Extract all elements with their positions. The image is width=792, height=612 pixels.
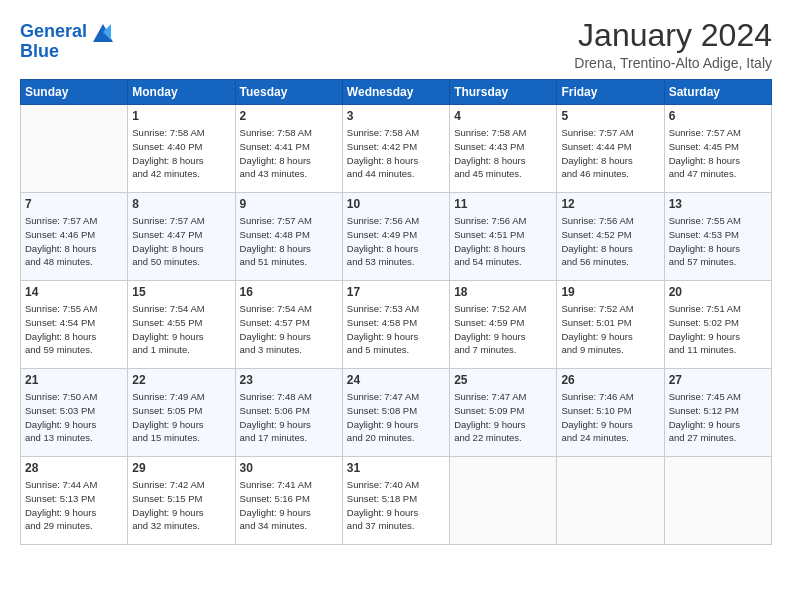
- table-row: 7Sunrise: 7:57 AMSunset: 4:46 PMDaylight…: [21, 193, 128, 281]
- day-number: 6: [669, 109, 767, 123]
- calendar-row: 14Sunrise: 7:55 AMSunset: 4:54 PMDayligh…: [21, 281, 772, 369]
- day-info: Sunrise: 7:55 AMSunset: 4:54 PMDaylight:…: [25, 302, 123, 357]
- day-number: 18: [454, 285, 552, 299]
- table-row: 24Sunrise: 7:47 AMSunset: 5:08 PMDayligh…: [342, 369, 449, 457]
- day-info: Sunrise: 7:57 AMSunset: 4:48 PMDaylight:…: [240, 214, 338, 269]
- day-number: 1: [132, 109, 230, 123]
- day-number: 14: [25, 285, 123, 299]
- table-row: 3Sunrise: 7:58 AMSunset: 4:42 PMDaylight…: [342, 105, 449, 193]
- table-row: 15Sunrise: 7:54 AMSunset: 4:55 PMDayligh…: [128, 281, 235, 369]
- table-row: 4Sunrise: 7:58 AMSunset: 4:43 PMDaylight…: [450, 105, 557, 193]
- table-row: 23Sunrise: 7:48 AMSunset: 5:06 PMDayligh…: [235, 369, 342, 457]
- day-info: Sunrise: 7:49 AMSunset: 5:05 PMDaylight:…: [132, 390, 230, 445]
- month-title: January 2024: [574, 18, 772, 53]
- col-thursday: Thursday: [450, 80, 557, 105]
- day-number: 15: [132, 285, 230, 299]
- day-number: 24: [347, 373, 445, 387]
- day-info: Sunrise: 7:52 AMSunset: 5:01 PMDaylight:…: [561, 302, 659, 357]
- table-row: 26Sunrise: 7:46 AMSunset: 5:10 PMDayligh…: [557, 369, 664, 457]
- col-monday: Monday: [128, 80, 235, 105]
- table-row: 19Sunrise: 7:52 AMSunset: 5:01 PMDayligh…: [557, 281, 664, 369]
- logo: General Blue: [20, 18, 117, 62]
- day-number: 21: [25, 373, 123, 387]
- day-number: 22: [132, 373, 230, 387]
- table-row: 20Sunrise: 7:51 AMSunset: 5:02 PMDayligh…: [664, 281, 771, 369]
- table-row: 21Sunrise: 7:50 AMSunset: 5:03 PMDayligh…: [21, 369, 128, 457]
- day-number: 27: [669, 373, 767, 387]
- table-row: 28Sunrise: 7:44 AMSunset: 5:13 PMDayligh…: [21, 457, 128, 545]
- day-number: 23: [240, 373, 338, 387]
- calendar-row: 1Sunrise: 7:58 AMSunset: 4:40 PMDaylight…: [21, 105, 772, 193]
- day-number: 11: [454, 197, 552, 211]
- day-info: Sunrise: 7:42 AMSunset: 5:15 PMDaylight:…: [132, 478, 230, 533]
- table-row: 16Sunrise: 7:54 AMSunset: 4:57 PMDayligh…: [235, 281, 342, 369]
- table-row: 30Sunrise: 7:41 AMSunset: 5:16 PMDayligh…: [235, 457, 342, 545]
- day-info: Sunrise: 7:52 AMSunset: 4:59 PMDaylight:…: [454, 302, 552, 357]
- calendar: Sunday Monday Tuesday Wednesday Thursday…: [20, 79, 772, 545]
- table-row: 17Sunrise: 7:53 AMSunset: 4:58 PMDayligh…: [342, 281, 449, 369]
- day-number: 28: [25, 461, 123, 475]
- day-number: 10: [347, 197, 445, 211]
- logo-text: General: [20, 22, 87, 42]
- table-row: 27Sunrise: 7:45 AMSunset: 5:12 PMDayligh…: [664, 369, 771, 457]
- day-number: 29: [132, 461, 230, 475]
- day-info: Sunrise: 7:58 AMSunset: 4:40 PMDaylight:…: [132, 126, 230, 181]
- col-saturday: Saturday: [664, 80, 771, 105]
- header: General Blue January 2024 Drena, Trentin…: [20, 18, 772, 71]
- calendar-header-row: Sunday Monday Tuesday Wednesday Thursday…: [21, 80, 772, 105]
- day-info: Sunrise: 7:54 AMSunset: 4:55 PMDaylight:…: [132, 302, 230, 357]
- table-row: [557, 457, 664, 545]
- table-row: 1Sunrise: 7:58 AMSunset: 4:40 PMDaylight…: [128, 105, 235, 193]
- page: General Blue January 2024 Drena, Trentin…: [0, 0, 792, 612]
- col-wednesday: Wednesday: [342, 80, 449, 105]
- table-row: 10Sunrise: 7:56 AMSunset: 4:49 PMDayligh…: [342, 193, 449, 281]
- day-number: 17: [347, 285, 445, 299]
- table-row: 31Sunrise: 7:40 AMSunset: 5:18 PMDayligh…: [342, 457, 449, 545]
- day-info: Sunrise: 7:45 AMSunset: 5:12 PMDaylight:…: [669, 390, 767, 445]
- table-row: 8Sunrise: 7:57 AMSunset: 4:47 PMDaylight…: [128, 193, 235, 281]
- table-row: 22Sunrise: 7:49 AMSunset: 5:05 PMDayligh…: [128, 369, 235, 457]
- table-row: [664, 457, 771, 545]
- day-number: 7: [25, 197, 123, 211]
- table-row: [21, 105, 128, 193]
- day-info: Sunrise: 7:55 AMSunset: 4:53 PMDaylight:…: [669, 214, 767, 269]
- table-row: 29Sunrise: 7:42 AMSunset: 5:15 PMDayligh…: [128, 457, 235, 545]
- day-info: Sunrise: 7:54 AMSunset: 4:57 PMDaylight:…: [240, 302, 338, 357]
- col-sunday: Sunday: [21, 80, 128, 105]
- table-row: 13Sunrise: 7:55 AMSunset: 4:53 PMDayligh…: [664, 193, 771, 281]
- calendar-row: 21Sunrise: 7:50 AMSunset: 5:03 PMDayligh…: [21, 369, 772, 457]
- day-info: Sunrise: 7:46 AMSunset: 5:10 PMDaylight:…: [561, 390, 659, 445]
- day-info: Sunrise: 7:51 AMSunset: 5:02 PMDaylight:…: [669, 302, 767, 357]
- day-number: 3: [347, 109, 445, 123]
- day-info: Sunrise: 7:41 AMSunset: 5:16 PMDaylight:…: [240, 478, 338, 533]
- day-info: Sunrise: 7:57 AMSunset: 4:44 PMDaylight:…: [561, 126, 659, 181]
- title-block: January 2024 Drena, Trentino-Alto Adige,…: [574, 18, 772, 71]
- day-number: 25: [454, 373, 552, 387]
- day-number: 9: [240, 197, 338, 211]
- day-number: 12: [561, 197, 659, 211]
- day-info: Sunrise: 7:53 AMSunset: 4:58 PMDaylight:…: [347, 302, 445, 357]
- day-number: 16: [240, 285, 338, 299]
- day-info: Sunrise: 7:56 AMSunset: 4:52 PMDaylight:…: [561, 214, 659, 269]
- table-row: 6Sunrise: 7:57 AMSunset: 4:45 PMDaylight…: [664, 105, 771, 193]
- day-info: Sunrise: 7:58 AMSunset: 4:41 PMDaylight:…: [240, 126, 338, 181]
- day-number: 8: [132, 197, 230, 211]
- day-number: 2: [240, 109, 338, 123]
- day-info: Sunrise: 7:56 AMSunset: 4:49 PMDaylight:…: [347, 214, 445, 269]
- day-number: 13: [669, 197, 767, 211]
- day-info: Sunrise: 7:56 AMSunset: 4:51 PMDaylight:…: [454, 214, 552, 269]
- day-number: 31: [347, 461, 445, 475]
- table-row: 9Sunrise: 7:57 AMSunset: 4:48 PMDaylight…: [235, 193, 342, 281]
- day-info: Sunrise: 7:44 AMSunset: 5:13 PMDaylight:…: [25, 478, 123, 533]
- location: Drena, Trentino-Alto Adige, Italy: [574, 55, 772, 71]
- table-row: 14Sunrise: 7:55 AMSunset: 4:54 PMDayligh…: [21, 281, 128, 369]
- day-number: 26: [561, 373, 659, 387]
- table-row: 5Sunrise: 7:57 AMSunset: 4:44 PMDaylight…: [557, 105, 664, 193]
- day-info: Sunrise: 7:57 AMSunset: 4:45 PMDaylight:…: [669, 126, 767, 181]
- day-info: Sunrise: 7:57 AMSunset: 4:46 PMDaylight:…: [25, 214, 123, 269]
- day-info: Sunrise: 7:48 AMSunset: 5:06 PMDaylight:…: [240, 390, 338, 445]
- day-info: Sunrise: 7:57 AMSunset: 4:47 PMDaylight:…: [132, 214, 230, 269]
- day-info: Sunrise: 7:50 AMSunset: 5:03 PMDaylight:…: [25, 390, 123, 445]
- day-number: 4: [454, 109, 552, 123]
- day-info: Sunrise: 7:47 AMSunset: 5:09 PMDaylight:…: [454, 390, 552, 445]
